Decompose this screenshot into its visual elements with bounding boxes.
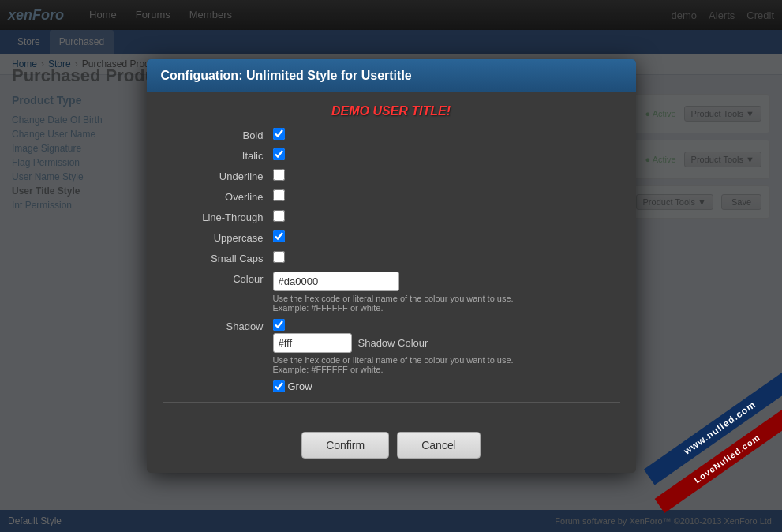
bold-label: Bold (163, 128, 273, 141)
shadow-checkbox[interactable] (273, 319, 285, 331)
modal-footer: Confirm Cancel (147, 424, 636, 473)
shadow-colour-input[interactable] (273, 333, 352, 353)
small-caps-label: Small Caps (163, 251, 273, 264)
italic-row: Italic (163, 148, 620, 163)
italic-label: Italic (163, 148, 273, 162)
shadow-label: Shadow (163, 319, 273, 332)
bold-control (273, 128, 620, 142)
small-caps-row: Small Caps (163, 251, 620, 265)
colour-control: Use the hex code or literal name of the … (273, 272, 620, 313)
shadow-hint: Use the hex code or literal name of the … (273, 355, 620, 374)
modal-title: Configuation: Unlimited Style for Userti… (161, 69, 412, 82)
cancel-button[interactable]: Cancel (397, 432, 481, 459)
small-caps-checkbox[interactable] (273, 251, 285, 263)
line-through-checkbox[interactable] (273, 210, 285, 222)
line-through-label: Line-Through (163, 210, 273, 223)
modal-header: Configuation: Unlimited Style for Userti… (147, 59, 636, 92)
shadow-control: Shadow Colour Use the hex code or litera… (273, 319, 620, 374)
overline-label: Overline (163, 189, 273, 203)
confirm-button[interactable]: Confirm (301, 432, 389, 459)
overline-checkbox[interactable] (273, 189, 285, 201)
colour-input[interactable] (273, 272, 399, 291)
bold-row: Bold (163, 128, 620, 142)
colour-label: Colour (163, 272, 273, 285)
underline-control (273, 169, 620, 183)
modal: Configuation: Unlimited Style for Userti… (147, 59, 636, 473)
italic-checkbox[interactable] (273, 148, 285, 160)
demo-user-title: DEMO USER TITLE! (331, 104, 451, 118)
overline-control (273, 189, 620, 204)
grow-row: Grow (163, 380, 620, 392)
modal-divider (163, 402, 620, 403)
shadow-colour-row: Shadow Colour (273, 333, 620, 353)
grow-control: Grow (273, 380, 620, 392)
demo-title-container: DEMO USER TITLE! (163, 104, 620, 118)
grow-checkbox[interactable] (273, 380, 285, 392)
underline-label: Underline (163, 169, 273, 182)
grow-label-spacer (163, 380, 273, 382)
shadow-colour-label: Shadow Colour (358, 337, 428, 349)
line-through-row: Line-Through (163, 210, 620, 224)
uppercase-row: Uppercase (163, 230, 620, 245)
small-caps-control (273, 251, 620, 265)
colour-hint: Use the hex code or literal name of the … (273, 294, 620, 313)
grow-label: Grow (288, 380, 312, 392)
uppercase-control (273, 230, 620, 245)
modal-overlay: Configuation: Unlimited Style for Userti… (0, 0, 782, 532)
line-through-control (273, 210, 620, 224)
overline-row: Overline (163, 189, 620, 204)
uppercase-label: Uppercase (163, 230, 273, 244)
modal-body: DEMO USER TITLE! Bold Italic Underline (147, 92, 636, 424)
italic-control (273, 148, 620, 163)
uppercase-checkbox[interactable] (273, 230, 285, 242)
bold-checkbox[interactable] (273, 128, 285, 140)
underline-checkbox[interactable] (273, 169, 285, 181)
colour-row: Colour Use the hex code or literal name … (163, 272, 620, 313)
underline-row: Underline (163, 169, 620, 183)
shadow-row: Shadow Shadow Colour Use the hex code or… (163, 319, 620, 374)
